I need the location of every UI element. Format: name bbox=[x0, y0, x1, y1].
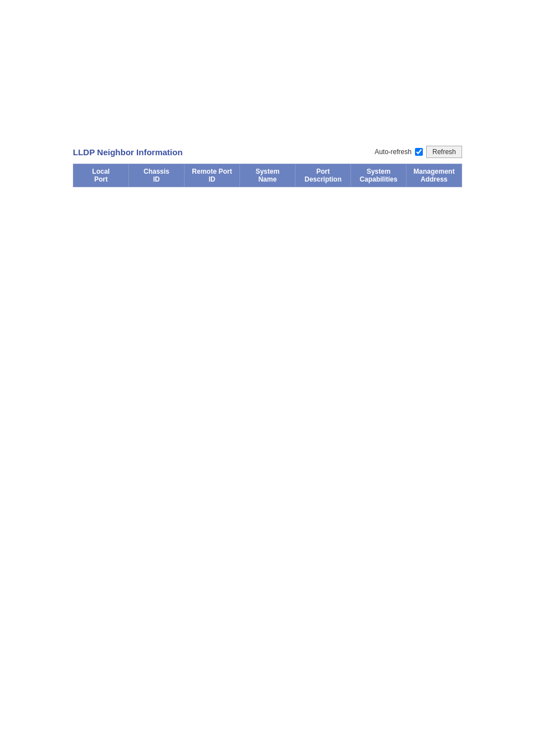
col-system-capabilities: SystemCapabilities bbox=[351, 164, 407, 187]
col-system-name: SystemName bbox=[240, 164, 296, 187]
refresh-button[interactable]: Refresh bbox=[426, 146, 462, 158]
page-container: LLDP Neighbor Information Auto-refresh R… bbox=[0, 0, 535, 210]
lldp-neighbor-table: LocalPort ChassisID Remote PortID System… bbox=[73, 164, 462, 187]
col-remote-port-id: Remote PortID bbox=[185, 164, 240, 187]
col-local-port: LocalPort bbox=[73, 164, 129, 187]
col-chassis-id: ChassisID bbox=[129, 164, 185, 187]
page-title: LLDP Neighbor Information bbox=[73, 147, 183, 157]
section-header: LLDP Neighbor Information Auto-refresh R… bbox=[73, 146, 462, 158]
controls-area: Auto-refresh Refresh bbox=[375, 146, 462, 158]
col-management-address: ManagementAddress bbox=[407, 164, 462, 187]
auto-refresh-checkbox[interactable] bbox=[415, 148, 423, 156]
table-header-row: LocalPort ChassisID Remote PortID System… bbox=[73, 164, 462, 187]
auto-refresh-label: Auto-refresh bbox=[375, 148, 412, 156]
col-port-description: PortDescription bbox=[296, 164, 351, 187]
